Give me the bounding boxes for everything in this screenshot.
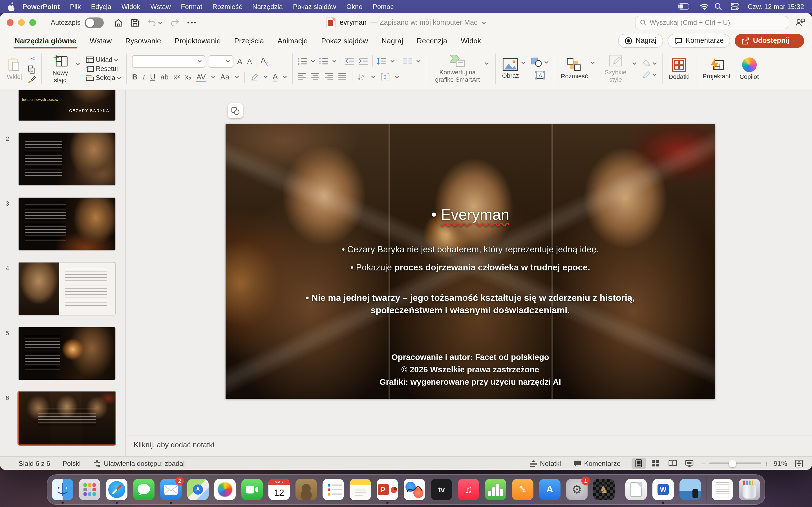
tab-projektowanie[interactable]: Projektowanie [168, 32, 227, 49]
fullscreen-window-button[interactable] [29, 19, 36, 26]
text-direction-icon[interactable]: A [358, 73, 366, 80]
zoom-slider-knob[interactable] [729, 460, 736, 467]
chevron-down-icon[interactable] [263, 75, 267, 78]
slide-counter[interactable]: Slajd 6 z 6 [12, 459, 56, 467]
save-icon[interactable] [131, 18, 139, 27]
battery-icon[interactable] [678, 3, 691, 10]
quick-styles-button[interactable]: Szybkie style [600, 54, 638, 83]
character-spacing-button[interactable]: AV [197, 72, 206, 81]
slide-thumbnail-1[interactable]: bohater nowych czasów CEZARY BARYKA [18, 90, 115, 121]
menu-item-rozmiesc[interactable]: Rozmieść [207, 3, 247, 10]
menu-item-pomoc[interactable]: Pomoc [368, 3, 399, 10]
shrink-font-button[interactable]: Aˇ [247, 57, 253, 65]
notes-placeholder[interactable]: Kliknij, aby dodać notatki [134, 441, 214, 449]
strikethrough-button[interactable]: ab [160, 73, 168, 81]
view-slide-sorter-button[interactable] [648, 458, 663, 469]
comments-toggle[interactable]: Komentarze [567, 459, 627, 467]
change-case-button[interactable]: Aa [220, 73, 230, 81]
chevron-down-icon[interactable] [416, 59, 421, 62]
font-size-select[interactable] [209, 55, 234, 67]
subscript-button[interactable]: x₂ [185, 73, 192, 81]
share-button[interactable]: Udostępnij [735, 34, 804, 48]
menu-item-pokaz-slajdow[interactable]: Pokaz slajdów [288, 3, 341, 10]
dock-downloads-stack[interactable] [711, 479, 733, 500]
italic-button[interactable]: I [143, 72, 145, 81]
wifi-icon[interactable] [700, 3, 705, 10]
menu-item-powerpoint[interactable]: PowerPoint [17, 3, 65, 10]
copilot-button[interactable]: Copilot [739, 57, 760, 80]
search-input[interactable] [650, 18, 783, 26]
align-text-vertical-icon[interactable] [381, 73, 390, 80]
shapes-button[interactable] [531, 57, 549, 67]
menu-item-plik[interactable]: Plik [65, 3, 86, 10]
slide-bullet-1[interactable]: • Cezary Baryka nie jest bohaterem, któr… [225, 244, 715, 255]
menubar-clock[interactable]: Czw. 12 mar 15:32 [748, 3, 804, 10]
dock-finder[interactable] [51, 479, 74, 500]
line-spacing-icon[interactable] [377, 57, 387, 64]
dock-mail[interactable]: 2 [160, 479, 182, 500]
view-slideshow-button[interactable] [682, 458, 697, 469]
tab-narzedzia-glowne[interactable]: Narzędzia główne [8, 32, 83, 49]
chevron-down-icon[interactable] [371, 75, 376, 78]
feedback-icon[interactable] [795, 18, 805, 27]
dock-notes[interactable] [349, 479, 371, 500]
section-button[interactable]: Sekcja [86, 74, 121, 81]
record-button[interactable]: Nagraj [618, 34, 663, 48]
view-normal-button[interactable] [631, 458, 646, 469]
tab-pokaz-slajdow[interactable]: Pokaz slajdów [314, 32, 375, 49]
fit-slide-button[interactable] [792, 458, 806, 469]
notes-splitter[interactable] [126, 435, 812, 436]
dock-reminders[interactable] [322, 479, 345, 500]
reset-button[interactable]: Resetuj [86, 65, 121, 72]
picture-button[interactable]: Obraz [501, 58, 527, 79]
decrease-indent-icon[interactable] [345, 57, 355, 64]
underline-button[interactable]: U [150, 73, 155, 81]
redo-icon[interactable] [170, 18, 179, 26]
dock-launchpad[interactable] [79, 479, 101, 500]
copy-icon[interactable] [28, 65, 36, 73]
chevron-down-icon[interactable] [234, 75, 239, 78]
home-icon[interactable] [114, 18, 123, 27]
tab-recenzja[interactable]: Recenzja [410, 32, 454, 49]
dock-freeform[interactable] [403, 479, 426, 500]
format-painter-icon[interactable] [28, 76, 36, 83]
align-center-icon[interactable] [312, 73, 320, 80]
slide-title[interactable]: • Everyman [225, 206, 715, 224]
align-right-icon[interactable] [325, 73, 334, 80]
spotlight-search-icon[interactable] [714, 3, 722, 10]
slide-bullet-3[interactable]: • Nie ma jednej twarzy – jego tożsamość … [269, 292, 671, 317]
menu-item-edycja[interactable]: Edycja [86, 3, 116, 10]
zoom-percent[interactable]: 91% [769, 459, 792, 467]
slide-thumbnail-6-selected[interactable] [18, 392, 115, 445]
menu-item-okno[interactable]: Okno [341, 3, 367, 10]
tab-nagraj[interactable]: Nagraj [375, 32, 410, 49]
dock-calendar[interactable]: MAR 12 [268, 479, 290, 500]
clear-formatting-button[interactable]: A◇ [260, 56, 270, 66]
dock-chess[interactable]: ♞ [593, 479, 615, 500]
slide-bullet-2[interactable]: • Pokazuje proces dojrzewania człowieka … [225, 263, 715, 273]
menu-item-format[interactable]: Format [175, 3, 207, 10]
dock-contacts[interactable] [295, 479, 317, 500]
search-box[interactable] [635, 16, 788, 29]
text-box-icon[interactable]: A [531, 70, 549, 80]
view-reading-button[interactable] [665, 458, 680, 469]
chevron-down-icon[interactable] [395, 75, 400, 78]
notes-toggle[interactable]: Notatki [523, 459, 567, 467]
canvas-object-button[interactable] [228, 103, 243, 118]
numbering-icon[interactable] [319, 57, 328, 64]
dock-music[interactable]: ♫ [457, 479, 480, 500]
language-button[interactable]: Polski [56, 459, 87, 467]
columns-icon[interactable] [403, 57, 412, 64]
slide-thumbnail-4[interactable] [18, 263, 115, 315]
increase-indent-icon[interactable] [359, 57, 368, 64]
minimize-window-button[interactable] [18, 19, 25, 26]
dock-powerpoint[interactable]: P [376, 479, 399, 500]
chevron-down-icon[interactable] [283, 75, 287, 78]
convert-smartart-button[interactable]: Konwertuj na grafikę SmartArt [432, 54, 490, 83]
dock-maps[interactable] [187, 479, 209, 500]
title-chevron-icon[interactable] [481, 21, 486, 24]
close-window-button[interactable] [7, 19, 13, 26]
accessibility-button[interactable]: Ułatwienia dostępu: zbadaj [87, 459, 191, 467]
autosave-toggle[interactable] [84, 17, 103, 28]
slide-6[interactable]: • Everyman • Cezary Baryka nie jest boha… [225, 124, 715, 399]
